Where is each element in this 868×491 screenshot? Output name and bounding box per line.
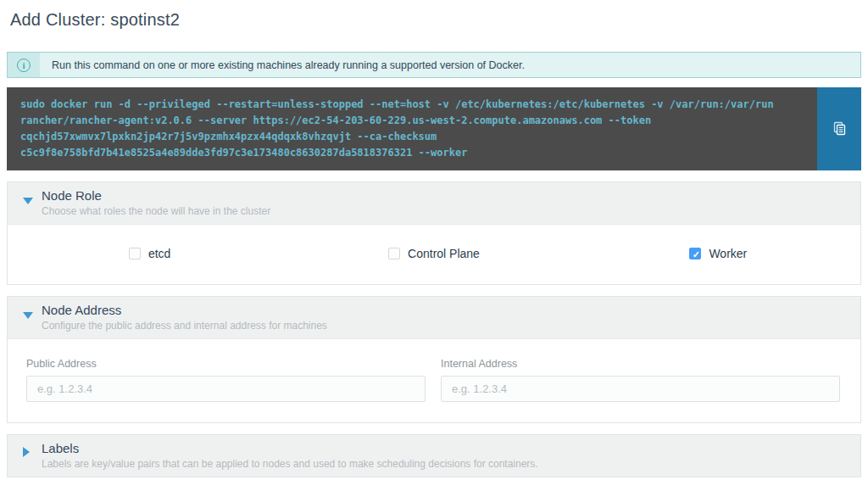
add-cluster-page: Add Cluster: spotinst2 i Run this comman… bbox=[0, 0, 868, 491]
worker-checkbox-label[interactable]: Worker bbox=[709, 247, 747, 260]
section-node-address-body: Public Address Internal Address bbox=[8, 338, 860, 422]
info-banner: i Run this command on one or more existi… bbox=[7, 52, 861, 78]
section-title: Node Address bbox=[42, 303, 849, 317]
section-subtitle: Labels are key/value pairs that can be a… bbox=[42, 458, 849, 470]
checkbox-etcd[interactable]: etcd bbox=[8, 247, 292, 260]
page-title: Add Cluster: spotinst2 bbox=[7, 7, 861, 42]
clipboard-copy-icon bbox=[832, 120, 847, 138]
public-address-field-group: Public Address bbox=[26, 358, 426, 402]
copy-command-button[interactable] bbox=[817, 87, 861, 170]
section-subtitle: Choose what roles the node will have in … bbox=[42, 205, 849, 217]
node-role-checkbox-row: etcd Control Plane Worker bbox=[8, 225, 860, 284]
section-title: Node Role bbox=[42, 188, 849, 203]
section-node-role-body: etcd Control Plane Worker bbox=[8, 224, 860, 284]
chevron-down-icon bbox=[23, 198, 33, 204]
info-circle-icon: i bbox=[17, 59, 31, 72]
section-labels-header[interactable]: Labels Labels are key/value pairs that c… bbox=[8, 435, 860, 477]
worker-checkbox-box[interactable] bbox=[689, 248, 701, 259]
public-address-label: Public Address bbox=[26, 358, 426, 370]
internal-address-input[interactable] bbox=[441, 376, 840, 402]
section-labels: Labels Labels are key/value pairs that c… bbox=[7, 434, 861, 477]
etcd-checkbox-label[interactable]: etcd bbox=[148, 247, 170, 260]
chevron-right-icon bbox=[23, 447, 30, 457]
control-plane-checkbox-box[interactable] bbox=[388, 248, 400, 259]
public-address-input[interactable] bbox=[26, 376, 426, 402]
section-node-address: Node Address Configure the public addres… bbox=[7, 296, 861, 423]
control-plane-checkbox-label[interactable]: Control Plane bbox=[408, 247, 480, 260]
info-banner-text: Run this command on one or more existing… bbox=[40, 53, 537, 77]
etcd-checkbox-box[interactable] bbox=[129, 248, 141, 259]
checkbox-worker[interactable]: Worker bbox=[576, 247, 860, 260]
info-banner-icon-cell: i bbox=[8, 53, 40, 77]
section-subtitle: Configure the public address and interna… bbox=[42, 320, 849, 332]
internal-address-field-group: Internal Address bbox=[441, 358, 840, 402]
node-address-fields-row: Public Address Internal Address bbox=[8, 339, 860, 422]
checkbox-control-plane[interactable]: Control Plane bbox=[292, 247, 576, 260]
section-node-role-header[interactable]: Node Role Choose what roles the node wil… bbox=[8, 182, 860, 224]
section-title: Labels bbox=[42, 441, 849, 455]
internal-address-label: Internal Address bbox=[441, 358, 840, 370]
section-node-address-header[interactable]: Node Address Configure the public addres… bbox=[8, 297, 860, 338]
docker-command-block: sudo docker run -d --privileged --restar… bbox=[7, 87, 861, 170]
docker-command-text: sudo docker run -d --privileged --restar… bbox=[7, 87, 817, 170]
section-node-role: Node Role Choose what roles the node wil… bbox=[7, 181, 861, 285]
chevron-down-icon bbox=[23, 312, 33, 319]
